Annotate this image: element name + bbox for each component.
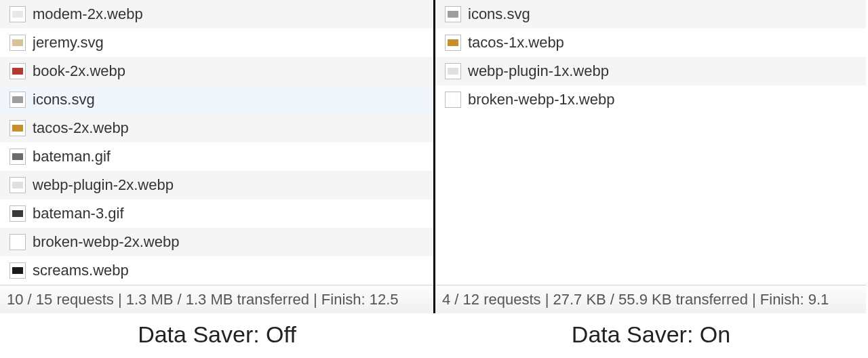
file-thumbnail-swatch bbox=[12, 68, 23, 75]
file-name: bateman-3.gif bbox=[33, 205, 124, 222]
file-thumbnail-swatch bbox=[12, 11, 23, 18]
file-thumbnail-icon bbox=[445, 6, 461, 22]
file-name: broken-webp-1x.webp bbox=[468, 91, 614, 108]
file-thumbnail-icon bbox=[9, 92, 26, 108]
request-row[interactable]: jeremy.svg bbox=[0, 28, 433, 57]
file-thumbnail-icon bbox=[9, 6, 26, 22]
file-thumbnail-swatch bbox=[448, 39, 458, 46]
file-name: webp-plugin-2x.webp bbox=[33, 176, 174, 194]
file-name: webp-plugin-1x.webp bbox=[468, 62, 609, 80]
network-pane-left: modem-2x.webpjeremy.svgbook-2x.webpicons… bbox=[0, 0, 435, 313]
request-row[interactable]: tacos-2x.webp bbox=[0, 114, 433, 142]
caption-left: Data Saver: Off bbox=[0, 313, 434, 348]
request-row[interactable]: icons.svg bbox=[435, 0, 866, 28]
status-bar-left: 10 / 15 requests | 1.3 MB / 1.3 MB trans… bbox=[0, 285, 433, 313]
file-thumbnail-icon bbox=[445, 35, 461, 51]
request-row[interactable]: webp-plugin-2x.webp bbox=[0, 171, 433, 199]
file-thumbnail-swatch bbox=[12, 39, 23, 46]
file-thumbnail-swatch bbox=[12, 210, 23, 217]
file-thumbnail-icon bbox=[9, 148, 26, 165]
file-name: icons.svg bbox=[468, 5, 530, 23]
file-thumbnail-icon bbox=[9, 120, 26, 136]
file-thumbnail-swatch bbox=[448, 68, 458, 75]
file-thumbnail-icon bbox=[9, 262, 26, 279]
file-thumbnail-swatch bbox=[12, 153, 23, 160]
status-bar-right: 4 / 12 requests | 27.7 KB / 55.9 KB tran… bbox=[435, 285, 866, 313]
file-name: tacos-1x.webp bbox=[468, 34, 564, 52]
request-list-right[interactable]: icons.svgtacos-1x.webpwebp-plugin-1x.web… bbox=[435, 0, 866, 285]
request-row[interactable]: bateman-3.gif bbox=[0, 199, 433, 228]
file-thumbnail-swatch bbox=[12, 125, 23, 132]
status-text-right: 4 / 12 requests | 27.7 KB / 55.9 KB tran… bbox=[442, 291, 829, 309]
request-row[interactable]: broken-webp-1x.webp bbox=[435, 85, 866, 114]
request-row[interactable]: book-2x.webp bbox=[0, 57, 433, 85]
request-row[interactable]: tacos-1x.webp bbox=[435, 28, 866, 57]
request-row[interactable]: webp-plugin-1x.webp bbox=[435, 57, 866, 85]
caption-right: Data Saver: On bbox=[434, 313, 868, 348]
file-thumbnail-swatch bbox=[12, 239, 23, 245]
file-thumbnail-icon bbox=[9, 35, 26, 51]
file-thumbnail-swatch bbox=[12, 182, 23, 188]
file-thumbnail-swatch bbox=[12, 96, 23, 103]
file-name: tacos-2x.webp bbox=[33, 119, 129, 137]
comparison-container: modem-2x.webpjeremy.svgbook-2x.webpicons… bbox=[0, 0, 868, 313]
request-row[interactable]: screams.webp bbox=[0, 256, 433, 285]
file-thumbnail-icon bbox=[445, 92, 461, 108]
file-name: modem-2x.webp bbox=[33, 5, 143, 23]
request-row[interactable]: bateman.gif bbox=[0, 142, 433, 171]
file-thumbnail-icon bbox=[9, 177, 26, 193]
file-thumbnail-swatch bbox=[448, 96, 458, 103]
file-thumbnail-icon bbox=[445, 63, 461, 79]
file-name: broken-webp-2x.webp bbox=[33, 233, 179, 251]
file-thumbnail-icon bbox=[9, 205, 26, 222]
file-name: book-2x.webp bbox=[33, 62, 125, 80]
request-row[interactable]: modem-2x.webp bbox=[0, 0, 433, 28]
network-pane-right: icons.svgtacos-1x.webpwebp-plugin-1x.web… bbox=[435, 0, 866, 313]
request-row[interactable]: icons.svg bbox=[0, 85, 433, 114]
request-row[interactable]: broken-webp-2x.webp bbox=[0, 228, 433, 256]
status-text-left: 10 / 15 requests | 1.3 MB / 1.3 MB trans… bbox=[7, 291, 399, 309]
file-name: icons.svg bbox=[33, 91, 95, 108]
file-name: screams.webp bbox=[33, 262, 129, 279]
file-thumbnail-icon bbox=[9, 234, 26, 250]
file-thumbnail-icon bbox=[9, 63, 26, 79]
request-list-left[interactable]: modem-2x.webpjeremy.svgbook-2x.webpicons… bbox=[0, 0, 433, 285]
file-name: bateman.gif bbox=[33, 148, 111, 165]
file-name: jeremy.svg bbox=[33, 34, 104, 52]
file-thumbnail-swatch bbox=[12, 267, 23, 274]
caption-row: Data Saver: Off Data Saver: On bbox=[0, 313, 868, 348]
file-thumbnail-swatch bbox=[448, 11, 458, 18]
